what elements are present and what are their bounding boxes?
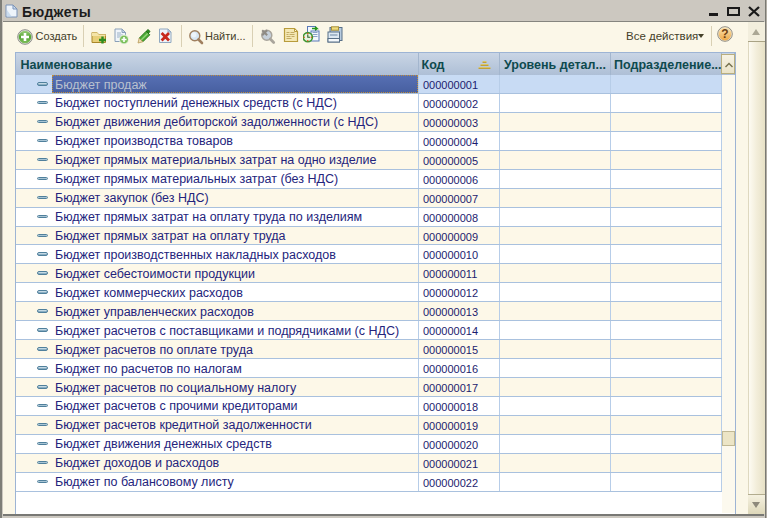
svg-text:?: ? [721, 27, 728, 41]
